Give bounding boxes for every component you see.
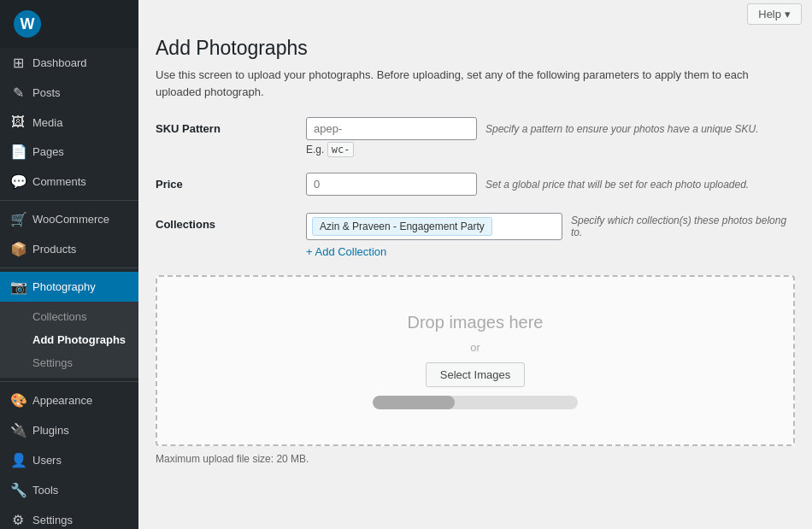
sidebar-item-pages[interactable]: 📄 Pages xyxy=(0,137,138,167)
sidebar-item-users[interactable]: 👤 Users xyxy=(0,445,138,475)
price-hint: Set a global price that will be set for … xyxy=(485,179,749,191)
price-input[interactable] xyxy=(306,173,477,196)
collection-tag: Azin & Praveen - Engagement Party xyxy=(312,217,492,236)
comments-icon: 💬 xyxy=(10,173,26,190)
sku-field: Specify a pattern to ensure your photos … xyxy=(306,117,795,156)
drop-zone-text: Drop images here xyxy=(408,313,544,332)
help-chevron-icon: ▾ xyxy=(785,8,791,21)
sidebar-item-label: Photography xyxy=(32,280,96,293)
progress-bar xyxy=(373,396,578,409)
collection-field-wrap[interactable]: Azin & Praveen - Engagement Party xyxy=(306,213,562,240)
add-collection-link[interactable]: + Add Collection xyxy=(306,245,386,258)
progress-bar-fill xyxy=(373,396,455,409)
sidebar-item-posts[interactable]: ✎ Posts xyxy=(0,78,138,108)
collections-hint: Specify which collection(s) these photos… xyxy=(571,215,795,238)
wp-logo: W xyxy=(14,10,41,38)
woocommerce-icon: 🛒 xyxy=(10,211,26,227)
sidebar-item-appearance[interactable]: 🎨 Appearance xyxy=(0,385,138,415)
collections-field: Azin & Praveen - Engagement Party Specif… xyxy=(306,213,795,258)
price-row: Price Set a global price that will be se… xyxy=(156,173,795,196)
tools-icon: 🔧 xyxy=(10,482,26,498)
sidebar-item-label: Products xyxy=(32,243,76,256)
topbar: Help ▾ xyxy=(138,0,812,28)
page-description: Use this screen to upload your photograp… xyxy=(156,67,795,100)
sidebar-item-products[interactable]: 📦 Products xyxy=(0,234,138,264)
appearance-icon: 🎨 xyxy=(10,392,26,409)
sidebar-item-woocommerce[interactable]: 🛒 WooCommerce xyxy=(0,204,138,234)
price-field: Set a global price that will be set for … xyxy=(306,173,795,196)
products-icon: 📦 xyxy=(10,241,26,257)
sku-pattern-row: SKU Pattern Specify a pattern to ensure … xyxy=(156,117,795,156)
help-button[interactable]: Help ▾ xyxy=(747,3,802,25)
sidebar-item-label: WooCommerce xyxy=(32,213,109,226)
sidebar-item-label: Comments xyxy=(32,175,86,188)
sidebar-item-label: Pages xyxy=(32,145,64,158)
sidebar-item-label: Tools xyxy=(32,484,58,497)
price-label: Price xyxy=(156,173,292,191)
plugins-icon: 🔌 xyxy=(10,422,26,438)
pages-icon: 📄 xyxy=(10,144,26,160)
sidebar-item-collections[interactable]: Collections xyxy=(0,305,138,328)
sidebar-item-plugins[interactable]: 🔌 Plugins xyxy=(0,415,138,445)
photography-icon: 📷 xyxy=(10,279,26,295)
sidebar-item-label: Media xyxy=(32,116,62,129)
sidebar-item-label: Plugins xyxy=(32,424,69,437)
sidebar-item-label: Users xyxy=(32,454,62,467)
drop-zone[interactable]: Drop images here or Select Images xyxy=(156,275,795,446)
sidebar: W ⊞ Dashboard ✎ Posts 🖼 Media 📄 Pages 💬 … xyxy=(0,0,138,529)
sidebar-item-photography[interactable]: 📷 Photography xyxy=(0,272,138,302)
settings-icon: ⚙ xyxy=(10,512,26,528)
collections-label: Collections xyxy=(156,213,292,231)
collections-row: Collections Azin & Praveen - Engagement … xyxy=(156,213,795,258)
select-images-button[interactable]: Select Images xyxy=(426,362,525,387)
sidebar-item-comments[interactable]: 💬 Comments xyxy=(0,167,138,197)
drop-zone-or: or xyxy=(470,341,480,354)
main-content: Help ▾ Add Photographs Use this screen t… xyxy=(138,0,812,529)
photography-submenu: Collections Add Photographs Settings xyxy=(0,302,138,378)
sidebar-item-label: Settings xyxy=(32,514,73,526)
sku-label: SKU Pattern xyxy=(156,117,292,135)
sidebar-item-tools[interactable]: 🔧 Tools xyxy=(0,475,138,505)
sidebar-item-add-photographs[interactable]: Add Photographs xyxy=(0,328,138,351)
sidebar-item-settings-main[interactable]: ⚙ Settings xyxy=(0,505,138,529)
sidebar-item-label: Appearance xyxy=(32,394,92,407)
sku-example: E.g. wc- xyxy=(306,144,795,156)
sku-hint: Specify a pattern to ensure your photos … xyxy=(485,123,759,135)
sku-input[interactable] xyxy=(306,117,477,140)
content-area: Add Photographs Use this screen to uploa… xyxy=(138,28,812,482)
media-icon: 🖼 xyxy=(10,115,26,130)
dashboard-icon: ⊞ xyxy=(10,55,26,71)
sidebar-item-settings[interactable]: Settings xyxy=(0,351,138,374)
upload-limit: Maximum upload file size: 20 MB. xyxy=(156,453,795,465)
posts-icon: ✎ xyxy=(10,85,26,101)
sidebar-item-dashboard[interactable]: ⊞ Dashboard xyxy=(0,48,138,78)
page-title: Add Photographs xyxy=(156,37,795,60)
sidebar-item-media[interactable]: 🖼 Media xyxy=(0,108,138,137)
users-icon: 👤 xyxy=(10,452,26,468)
sidebar-item-label: Posts xyxy=(32,86,61,99)
sidebar-item-label: Dashboard xyxy=(32,56,87,69)
sku-example-code: wc- xyxy=(327,142,355,157)
sidebar-logo: W xyxy=(0,0,138,48)
